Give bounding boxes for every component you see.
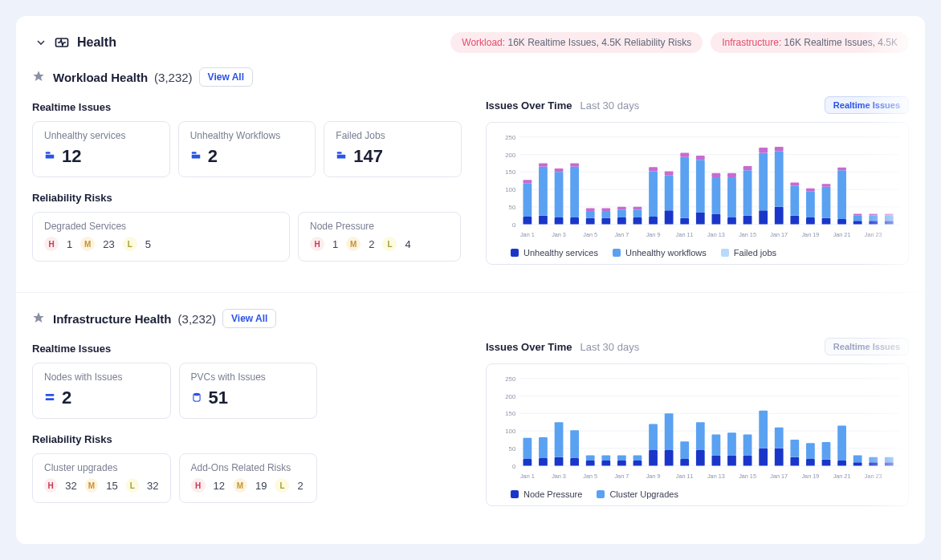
svg-rect-106 (46, 398, 55, 400)
svg-text:Jan 21: Jan 21 (833, 473, 851, 480)
view-all-button[interactable]: View All (199, 67, 253, 87)
svg-rect-161 (775, 428, 784, 448)
svg-rect-21 (523, 184, 532, 217)
pill-label: Infrastructure: (722, 37, 781, 48)
card-node-pressure[interactable]: Node Pressure H1 M2 L4 (298, 212, 461, 262)
card-unhealthy-services[interactable]: Unhealthy services 12 (32, 121, 170, 177)
svg-rect-165 (806, 459, 815, 466)
svg-rect-42 (617, 209, 626, 217)
svg-rect-88 (822, 187, 831, 218)
chevron-down-icon[interactable] (32, 34, 50, 51)
svg-rect-175 (869, 462, 878, 465)
card-title: Unhealthy Workflows (190, 130, 304, 141)
svg-rect-163 (790, 457, 799, 466)
svg-rect-36 (586, 209, 595, 211)
chart-realtime-button[interactable]: Realtime Issues (825, 96, 909, 114)
svg-rect-24 (539, 216, 548, 225)
view-all-button[interactable]: View All (222, 309, 276, 328)
svg-rect-78 (775, 147, 784, 151)
legend-item: Cluster Upgrades (597, 489, 678, 499)
svg-rect-77 (775, 151, 784, 207)
pill-infrastructure[interactable]: Infrastructure: 16K Realtime Issues, 4.5… (711, 32, 909, 53)
swatch-icon (597, 490, 605, 498)
svg-text:Jan 13: Jan 13 (707, 473, 725, 480)
card-degraded-services[interactable]: Degraded Services H1 M23 L5 (32, 212, 290, 262)
svg-text:Jan 11: Jan 11 (676, 231, 694, 238)
risk-high-value: 32 (65, 480, 76, 492)
star-icon[interactable] (32, 70, 47, 84)
legend-label: Unhealthy services (523, 248, 598, 258)
section-title: Workload Health (53, 71, 148, 84)
workload-legend: Unhealthy services Unhealthy workflows F… (495, 243, 900, 258)
svg-text:200: 200 (505, 393, 515, 400)
risk-low-value: 2 (297, 480, 303, 492)
svg-rect-130 (586, 461, 595, 466)
card-unhealthy-workflows[interactable]: Unhealthy Workflows 2 (178, 121, 316, 177)
section-title: Infrastructure Health (53, 312, 172, 326)
card-cluster-upgrades[interactable]: Cluster upgrades H32 M15 L32 (32, 453, 171, 503)
legend-item: Unhealthy services (511, 248, 598, 258)
svg-rect-145 (680, 459, 689, 466)
svg-rect-128 (570, 458, 579, 466)
infrastructure-right: Issues Over Time Last 30 days Realtime I… (486, 338, 909, 517)
svg-rect-99 (869, 214, 878, 216)
svg-text:Jan 23: Jan 23 (865, 473, 882, 480)
svg-rect-144 (665, 413, 674, 450)
svg-rect-28 (555, 172, 564, 217)
svg-rect-124 (539, 437, 548, 458)
realtime-issues-label: Realtime Issues (32, 101, 462, 113)
pvc-icon (191, 392, 204, 404)
svg-rect-102 (885, 216, 894, 221)
job-icon (336, 150, 348, 163)
risk-low-badge: L (123, 237, 137, 251)
reliability-risks-label: Reliability Risks (32, 433, 462, 445)
card-nodes-issues[interactable]: Nodes with Issues 2 (32, 363, 171, 419)
swatch-icon (613, 249, 621, 257)
svg-rect-82 (790, 182, 799, 185)
svg-rect-59 (696, 212, 705, 224)
card-title: Add-Ons Related Risks (191, 462, 306, 473)
health-icon (53, 34, 71, 51)
risk-med-badge: M (346, 237, 361, 251)
svg-text:Jan 21: Jan 21 (833, 231, 851, 238)
svg-text:250: 250 (505, 375, 515, 383)
svg-rect-131 (586, 456, 595, 461)
infrastructure-risk-cards: Cluster upgrades H32 M15 L32 Add-Ons Rel… (32, 453, 317, 503)
svg-text:Jan 7: Jan 7 (614, 231, 629, 238)
svg-rect-26 (539, 163, 548, 166)
legend-label: Node Pressure (523, 489, 582, 499)
svg-rect-7 (337, 152, 342, 153)
svg-text:50: 50 (509, 445, 516, 452)
risk-low-value: 5 (145, 238, 151, 250)
header-pills: Workload: 16K Realtime Issues, 4.5K Reli… (450, 32, 909, 53)
svg-text:Jan 9: Jan 9 (646, 231, 661, 238)
workload-chart: 050100150200250Jan 1Jan 3Jan 5Jan 7Jan 9… (486, 122, 909, 265)
svg-text:Jan 3: Jan 3 (552, 231, 566, 238)
risk-high-badge: H (44, 237, 59, 251)
card-failed-jobs[interactable]: Failed Jobs 147 (324, 121, 462, 177)
svg-rect-91 (837, 170, 846, 219)
svg-rect-38 (601, 218, 610, 225)
svg-text:250: 250 (505, 134, 515, 141)
svg-rect-6 (337, 155, 346, 159)
svg-rect-156 (743, 434, 752, 455)
infrastructure-chart-svg: 050100150200250Jan 1Jan 3Jan 5Jan 7Jan 9… (495, 372, 900, 485)
svg-point-107 (193, 393, 199, 396)
chart-realtime-button[interactable]: Realtime Issues (825, 338, 909, 355)
svg-text:0: 0 (512, 221, 515, 229)
svg-rect-174 (853, 456, 862, 463)
svg-rect-136 (617, 456, 626, 461)
svg-rect-146 (680, 441, 689, 459)
card-title: Degraded Services (44, 221, 278, 232)
svg-rect-154 (727, 432, 736, 455)
svg-rect-97 (869, 221, 878, 224)
svg-rect-126 (555, 422, 564, 457)
chart-title: Issues Over Time (486, 341, 572, 353)
svg-rect-81 (790, 186, 799, 216)
svg-rect-57 (680, 152, 689, 156)
pill-workload[interactable]: Workload: 16K Realtime Issues, 4.5K Reli… (450, 32, 703, 53)
star-icon[interactable] (32, 311, 47, 326)
svg-rect-169 (822, 442, 831, 460)
card-addons-risks[interactable]: Add-Ons Related Risks H12 M19 L2 (179, 453, 318, 503)
card-pvcs-issues[interactable]: PVCs with Issues 51 (179, 363, 318, 419)
